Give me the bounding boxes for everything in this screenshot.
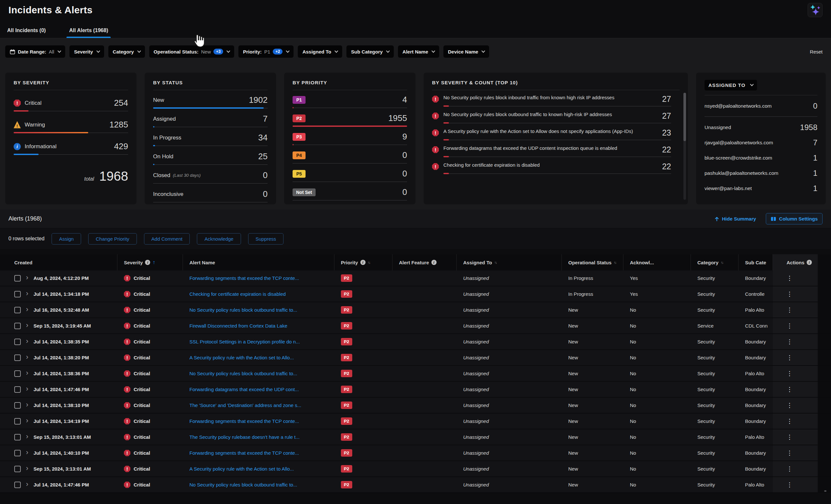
reset-filters-button[interactable]: Reset xyxy=(810,49,823,55)
alert-name-link[interactable]: The Security policy rulebase doesn't hav… xyxy=(190,434,300,440)
chevron-right-icon[interactable]: › xyxy=(26,401,28,408)
row-checkbox[interactable] xyxy=(14,275,21,281)
row-checkbox[interactable] xyxy=(14,434,21,440)
table-row[interactable]: › Sep 15, 2024, 3:13:01 AM Critical The … xyxy=(0,429,831,445)
chevron-right-icon[interactable]: › xyxy=(26,290,28,297)
chevron-right-icon[interactable]: › xyxy=(26,322,28,329)
acknowledge-button[interactable]: Acknowledge xyxy=(197,233,241,244)
row-actions-menu[interactable]: ⋮ xyxy=(786,433,793,441)
row-actions-menu[interactable]: ⋮ xyxy=(786,306,793,314)
chevron-right-icon[interactable]: › xyxy=(26,481,28,488)
table-row[interactable]: › Sep 15, 2024, 3:19:45 AM Critical Fire… xyxy=(0,318,831,334)
column-header-actions[interactable]: Actions xyxy=(773,254,818,270)
table-row[interactable]: › Jul 14, 2024, 1:38:10 PM Critical The … xyxy=(0,397,831,414)
chevron-right-icon[interactable]: › xyxy=(26,417,28,424)
row-checkbox[interactable] xyxy=(14,450,21,456)
row-actions-menu[interactable]: ⋮ xyxy=(786,481,793,488)
row-checkbox[interactable] xyxy=(14,418,21,424)
chevron-right-icon[interactable]: › xyxy=(26,337,28,345)
row-checkbox[interactable] xyxy=(14,323,21,329)
row-checkbox[interactable] xyxy=(14,370,21,377)
tab-all-alerts[interactable]: All Alerts (1968) xyxy=(66,24,111,38)
alert-name-link[interactable]: SSL Protocol Settings in a Decryption pr… xyxy=(190,339,300,345)
filter-pill[interactable]: Sub Category xyxy=(346,46,394,58)
column-header-category[interactable]: Category ↑↓ xyxy=(691,254,739,270)
table-row[interactable]: › Jul 16, 2024, 5:32:48 AM Critical No S… xyxy=(0,302,831,318)
column-settings-button[interactable]: Column Settings xyxy=(766,213,823,225)
alert-name-link[interactable]: Forwarding segments that exceed the TCP … xyxy=(190,418,299,424)
row-checkbox[interactable] xyxy=(14,291,21,297)
row-checkbox[interactable] xyxy=(14,386,21,393)
table-row[interactable]: › Jul 14, 2024, 1:47:46 PM Critical No S… xyxy=(0,477,831,493)
filter-pill[interactable]: Category xyxy=(108,46,145,58)
table-scrollbar-thumb[interactable] xyxy=(824,491,827,492)
row-checkbox[interactable] xyxy=(14,338,21,345)
chevron-right-icon[interactable]: › xyxy=(26,354,28,361)
table-row[interactable]: › Jul 14, 2024, 1:34:19 PM Critical Forw… xyxy=(0,414,831,429)
row-checkbox[interactable] xyxy=(14,482,21,488)
column-header-operational-status[interactable]: Operational Status ↑↓ xyxy=(562,254,623,270)
filter-pill[interactable]: Priority: P1 +2 xyxy=(238,46,293,58)
ai-sparkle-button[interactable] xyxy=(808,3,823,17)
row-checkbox[interactable] xyxy=(14,307,21,313)
table-row[interactable]: › Jul 14, 2024, 1:38:35 PM Critical SSL … xyxy=(0,334,831,350)
row-actions-menu[interactable]: ⋮ xyxy=(786,370,793,377)
chevron-right-icon[interactable]: › xyxy=(26,449,28,456)
chevron-right-icon[interactable]: › xyxy=(26,274,28,281)
alert-name-link[interactable]: Checking for certificate expiration is d… xyxy=(190,291,286,297)
filter-pill[interactable]: Alert Name xyxy=(398,46,439,58)
suppress-button[interactable]: Suppress xyxy=(248,233,284,244)
assigned-to-dropdown[interactable]: ASSIGNED TO xyxy=(705,80,757,90)
table-row[interactable]: › Sep 15, 2024, 3:13:01 AM Critical A Se… xyxy=(0,461,831,477)
alert-name-link[interactable]: No Security policy rules block outbound … xyxy=(190,307,297,313)
column-header-severity[interactable]: Severity ↑ xyxy=(117,254,183,270)
alert-name-link[interactable]: Forwarding segments that exceed the TCP … xyxy=(190,450,299,456)
filter-pill[interactable]: Severity xyxy=(69,46,104,58)
change-priority-button[interactable]: Change Priority xyxy=(88,233,137,244)
column-header-created[interactable]: Created xyxy=(0,254,117,270)
column-header-alert-feature[interactable]: Alert Feature xyxy=(393,254,457,270)
row-actions-menu[interactable]: ⋮ xyxy=(786,465,793,473)
column-header-sub-cate[interactable]: Sub Cate xyxy=(739,254,773,270)
row-checkbox[interactable] xyxy=(14,466,21,472)
filter-pill[interactable]: Assigned To xyxy=(298,46,342,58)
alert-name-link[interactable]: Forwarding segments that exceed the TCP … xyxy=(190,275,299,281)
chevron-right-icon[interactable]: › xyxy=(26,433,28,440)
row-actions-menu[interactable]: ⋮ xyxy=(786,354,793,361)
table-row[interactable]: › Jul 14, 2024, 1:34:18 PM Critical Chec… xyxy=(0,286,831,302)
row-actions-menu[interactable]: ⋮ xyxy=(786,402,793,409)
column-header-priority[interactable]: Priority ↑↓ xyxy=(335,254,393,270)
filter-pill[interactable]: Device Name xyxy=(443,46,489,58)
alert-name-link[interactable]: A Security policy rule with the Action s… xyxy=(190,466,294,472)
row-actions-menu[interactable]: ⋮ xyxy=(786,386,793,393)
table-row[interactable]: › Jul 14, 2024, 1:38:20 PM Critical A Se… xyxy=(0,350,831,366)
card-scrollbar-thumb[interactable] xyxy=(683,93,686,141)
alert-name-link[interactable]: Firewall Disconnected from Cortex Data L… xyxy=(190,323,287,329)
table-row[interactable]: › Aug 4, 2024, 4:12:20 PM Critical Forwa… xyxy=(0,270,831,286)
filter-pill[interactable]: Operational Status: New +3 xyxy=(149,46,234,58)
hide-summary-button[interactable]: Hide Summary xyxy=(714,216,756,221)
row-actions-menu[interactable]: ⋮ xyxy=(786,417,793,425)
row-checkbox[interactable] xyxy=(14,355,21,361)
table-row[interactable]: › Jul 14, 2024, 1:40:10 PM Critical Forw… xyxy=(0,445,831,461)
column-header-acknowl[interactable]: Acknowl... xyxy=(623,254,691,270)
filter-pill[interactable]: Date Range: All xyxy=(5,46,65,58)
row-actions-menu[interactable]: ⋮ xyxy=(786,322,793,329)
alert-name-link[interactable]: No Security policy rules block outbound … xyxy=(190,482,297,487)
table-row[interactable]: › Jul 14, 2024, 1:38:36 PM Critical No S… xyxy=(0,366,831,382)
column-header-assigned-to[interactable]: Assigned To ↑↓ xyxy=(457,254,562,270)
row-actions-menu[interactable]: ⋮ xyxy=(786,290,793,298)
alert-name-link[interactable]: No Security policy rules block outbound … xyxy=(190,371,297,376)
alert-name-link[interactable]: The 'Source' and 'Destination' address a… xyxy=(190,403,301,408)
row-actions-menu[interactable]: ⋮ xyxy=(786,274,793,282)
chevron-right-icon[interactable]: › xyxy=(26,369,28,377)
chevron-right-icon[interactable]: › xyxy=(26,306,28,313)
chevron-right-icon[interactable]: › xyxy=(26,465,28,472)
alert-name-link[interactable]: A Security policy rule with the Action s… xyxy=(190,355,294,360)
column-header-alert-name[interactable]: Alert Name xyxy=(183,254,335,270)
table-row[interactable]: › Jul 14, 2024, 1:47:46 PM Critical Forw… xyxy=(0,382,831,397)
row-actions-menu[interactable]: ⋮ xyxy=(786,338,793,346)
chevron-right-icon[interactable]: › xyxy=(26,385,28,392)
tab-all-incidents[interactable]: All Incidents (0) xyxy=(4,24,48,38)
alert-name-link[interactable]: Forwarding datagrams that exceed the UDP… xyxy=(190,387,299,392)
